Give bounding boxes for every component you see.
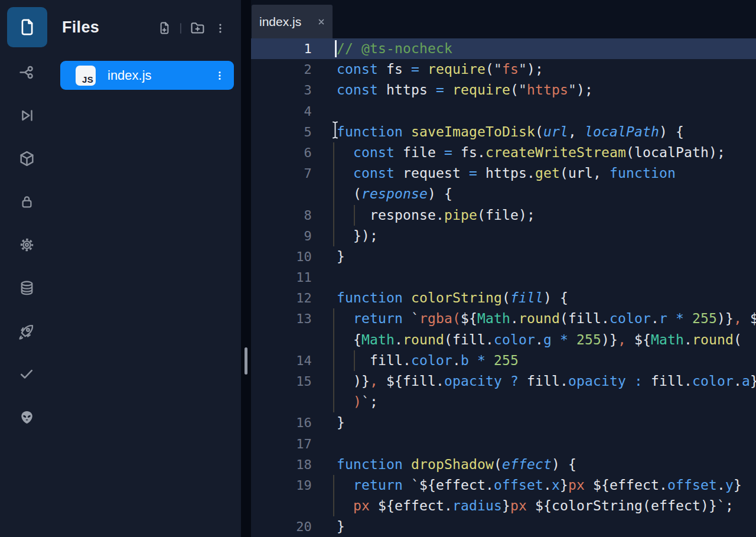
sidebar-item-settings[interactable] bbox=[0, 234, 53, 255]
cube-icon bbox=[18, 149, 36, 168]
line-number: 13 bbox=[251, 308, 312, 329]
code-line-text: function saveImageToDisk(url, localPath)… bbox=[251, 122, 756, 142]
panel-menu-button[interactable] bbox=[214, 21, 227, 36]
panel-divider bbox=[241, 0, 251, 537]
code-row[interactable]: 11 bbox=[251, 267, 756, 288]
lock-icon bbox=[18, 193, 35, 210]
code-row[interactable]: 17 bbox=[251, 434, 756, 454]
rocket-icon bbox=[17, 321, 36, 340]
tab-index-js[interactable]: index.js bbox=[252, 5, 333, 38]
indent-guide bbox=[333, 496, 334, 516]
code-line-text: }); bbox=[251, 226, 756, 246]
kebab-icon bbox=[214, 21, 227, 36]
code-line-text: return `rgba(${Math.round(fill.color.r *… bbox=[251, 308, 756, 329]
files-panel: Files JS index.js bbox=[53, 0, 241, 537]
sidebar-item-checks[interactable] bbox=[0, 363, 53, 385]
line-number: 6 bbox=[251, 142, 312, 163]
sidebar-item-run[interactable] bbox=[0, 105, 53, 126]
add-folder-button[interactable] bbox=[189, 19, 206, 37]
code-line-text: const file = fs.createWriteStream(localP… bbox=[251, 142, 756, 163]
code-row[interactable]: 14 fill.color.b * 255 bbox=[251, 350, 756, 371]
sidebar-item-files[interactable] bbox=[7, 7, 47, 47]
tab-close-button[interactable] bbox=[317, 18, 325, 26]
code-row[interactable]: 4 bbox=[251, 101, 756, 122]
add-file-icon bbox=[157, 20, 172, 36]
tab-label: index.js bbox=[259, 15, 301, 29]
indent-guide bbox=[333, 205, 334, 226]
add-file-button[interactable] bbox=[157, 20, 172, 36]
code-row[interactable]: 3const https = require("https"); bbox=[251, 80, 756, 100]
line-number: 12 bbox=[251, 288, 312, 308]
code-line-text: {Math.round(fill.color.g * 255)}, ${Math… bbox=[251, 330, 756, 350]
code-line-text: const request = https.get(url, function bbox=[251, 163, 756, 184]
line-number: 14 bbox=[251, 350, 312, 371]
sidebar-item-version-control[interactable] bbox=[0, 61, 53, 83]
share-nodes-icon bbox=[18, 63, 36, 82]
code-row[interactable]: 10} bbox=[251, 246, 756, 267]
file-row-index-js[interactable]: JS index.js bbox=[60, 61, 234, 90]
code-row[interactable]: )`; bbox=[251, 392, 756, 412]
file-menu-button[interactable] bbox=[214, 69, 226, 83]
code-line-text: )}, ${fill.opacity ? fill.opacity : fill… bbox=[251, 371, 756, 392]
alien-icon bbox=[19, 409, 35, 425]
code-row[interactable]: {Math.round(fill.color.g * 255)}, ${Math… bbox=[251, 330, 756, 350]
line-number: 16 bbox=[251, 412, 312, 433]
indent-guide bbox=[354, 205, 355, 226]
indent-guide bbox=[333, 371, 334, 392]
line-number: 1 bbox=[251, 38, 312, 59]
code-line-text: const fs = require("fs"); bbox=[251, 59, 756, 80]
code-row[interactable]: 15 )}, ${fill.opacity ? fill.opacity : f… bbox=[251, 371, 756, 392]
database-icon bbox=[18, 279, 35, 297]
code-line-text: function dropShadow(effect) { bbox=[251, 454, 756, 475]
code-row[interactable]: 8 response.pipe(file); bbox=[251, 205, 756, 226]
code-row[interactable]: 2const fs = require("fs"); bbox=[251, 59, 756, 80]
code-line-text: response.pipe(file); bbox=[251, 205, 756, 226]
code-row[interactable]: 1// @ts-nocheck bbox=[251, 38, 756, 59]
code-row[interactable]: 7 const request = https.get(url, functio… bbox=[251, 163, 756, 184]
indent-guide bbox=[333, 330, 334, 350]
javascript-file-icon: JS bbox=[76, 66, 96, 86]
code-row[interactable]: px ${effect.radius}px ${colorString(effe… bbox=[251, 496, 756, 516]
code-line-text: } bbox=[251, 412, 756, 433]
sidebar-item-deploy[interactable] bbox=[0, 320, 53, 341]
kebab-icon bbox=[214, 69, 226, 83]
code-row[interactable]: 13 return `rgba(${Math.round(fill.color.… bbox=[251, 308, 756, 329]
indent-guide bbox=[333, 308, 334, 329]
file-icon bbox=[17, 17, 37, 37]
code-line-text: px ${effect.radius}px ${colorString(effe… bbox=[251, 496, 756, 516]
check-icon bbox=[18, 366, 35, 382]
indent-guide bbox=[333, 392, 334, 412]
sidebar-item-secrets[interactable] bbox=[0, 191, 53, 212]
code-row[interactable]: 18function dropShadow(effect) { bbox=[251, 454, 756, 475]
code-row[interactable]: 6 const file = fs.createWriteStream(loca… bbox=[251, 142, 756, 163]
code-row[interactable]: 20} bbox=[251, 516, 756, 537]
code-line-text: const https = require("https"); bbox=[251, 80, 756, 100]
indent-guide bbox=[333, 350, 334, 371]
indent-guide bbox=[333, 163, 334, 184]
line-number: 15 bbox=[251, 371, 312, 392]
code-row[interactable]: 9 }); bbox=[251, 226, 756, 246]
files-panel-actions bbox=[157, 19, 227, 37]
panel-resize-handle[interactable] bbox=[245, 347, 247, 375]
sidebar-item-extensions[interactable] bbox=[0, 406, 53, 428]
code-row[interactable]: 16} bbox=[251, 412, 756, 433]
code-row[interactable]: 19 return `${effect.offset.x}px ${effect… bbox=[251, 475, 756, 496]
add-folder-icon bbox=[189, 19, 206, 37]
file-name: index.js bbox=[107, 68, 152, 83]
line-number: 20 bbox=[251, 516, 312, 537]
code-line-text: // @ts-nocheck bbox=[251, 38, 756, 59]
code-area: 1// @ts-nocheck2const fs = require("fs")… bbox=[251, 38, 756, 537]
code-row[interactable]: 5function saveImageToDisk(url, localPath… bbox=[251, 122, 756, 142]
line-number: 17 bbox=[251, 434, 312, 454]
code-row[interactable]: 12function colorString(fill) { bbox=[251, 288, 756, 308]
indent-guide bbox=[354, 350, 355, 371]
indent-guide bbox=[333, 184, 334, 204]
indent-guide bbox=[333, 226, 334, 246]
sidebar-item-packages[interactable] bbox=[0, 148, 53, 169]
line-number: 19 bbox=[251, 475, 312, 496]
code-row[interactable]: (response) { bbox=[251, 184, 756, 204]
sidebar-item-database[interactable] bbox=[0, 277, 53, 298]
gear-icon bbox=[18, 236, 36, 254]
icon-rail bbox=[0, 0, 53, 537]
indent-guide bbox=[333, 475, 334, 496]
